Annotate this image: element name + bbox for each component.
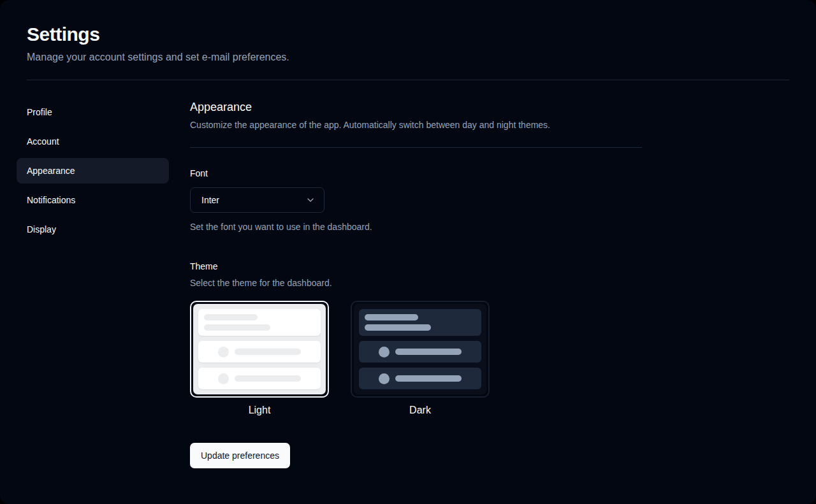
- light-preview-row-avatar: [198, 341, 321, 363]
- font-field-help: Set the font you want to use in the dash…: [190, 221, 642, 234]
- skeleton-bar: [204, 314, 258, 320]
- light-preview-panel: [193, 304, 326, 394]
- theme-option-light[interactable]: Light: [190, 301, 329, 416]
- skeleton-bar: [235, 349, 301, 355]
- dark-preview-row-avatar: [359, 341, 481, 363]
- font-select-value: Inter: [201, 195, 219, 205]
- dark-preview-row-avatar: [359, 368, 481, 389]
- page-header: Settings Manage your account settings an…: [17, 23, 816, 64]
- theme-option-dark-label: Dark: [351, 405, 490, 416]
- appearance-section: Appearance Customize the appearance of t…: [190, 99, 642, 468]
- chevron-down-icon: [305, 195, 316, 205]
- dark-theme-preview: [351, 301, 490, 398]
- skeleton-circle: [218, 373, 229, 384]
- skeleton-circle: [379, 347, 390, 357]
- dark-preview-row-text: [359, 309, 481, 336]
- section-title: Appearance: [190, 99, 642, 115]
- skeleton-circle: [218, 347, 229, 357]
- page-subtitle: Manage your account settings and set e-m…: [27, 50, 789, 64]
- page-title: Settings: [27, 23, 789, 46]
- font-field-label: Font: [190, 168, 642, 178]
- light-preview-row-avatar: [198, 368, 321, 389]
- theme-field-label: Theme: [190, 261, 642, 271]
- skeleton-bar: [235, 375, 301, 382]
- skeleton-circle: [379, 373, 390, 384]
- skeleton-bar: [204, 324, 270, 331]
- theme-option-light-label: Light: [190, 405, 329, 416]
- skeleton-bar: [395, 375, 462, 382]
- sidebar-item-profile[interactable]: Profile: [17, 99, 169, 125]
- sidebar-item-account[interactable]: Account: [17, 129, 169, 154]
- sidebar-item-appearance[interactable]: Appearance: [17, 158, 169, 184]
- content-row: Profile Account Appearance Notifications…: [17, 99, 816, 468]
- theme-field-help: Select the theme for the dashboard.: [190, 277, 642, 290]
- theme-options: Light: [190, 301, 642, 416]
- light-preview-row-text: [198, 309, 321, 336]
- skeleton-bar: [365, 314, 418, 320]
- header-divider: [27, 80, 789, 80]
- settings-page: Settings Manage your account settings an…: [0, 0, 816, 504]
- sidebar-item-notifications[interactable]: Notifications: [17, 187, 169, 213]
- light-theme-preview: [190, 301, 329, 398]
- update-preferences-button[interactable]: Update preferences: [190, 443, 290, 468]
- dark-preview-panel: [354, 304, 486, 394]
- settings-sidebar: Profile Account Appearance Notifications…: [17, 99, 169, 468]
- section-divider: [190, 147, 642, 148]
- skeleton-bar: [395, 349, 462, 355]
- section-description: Customize the appearance of the app. Aut…: [190, 119, 642, 132]
- sidebar-item-display[interactable]: Display: [17, 217, 169, 242]
- skeleton-bar: [365, 324, 431, 331]
- font-select[interactable]: Inter: [190, 187, 324, 213]
- theme-option-dark[interactable]: Dark: [351, 301, 490, 416]
